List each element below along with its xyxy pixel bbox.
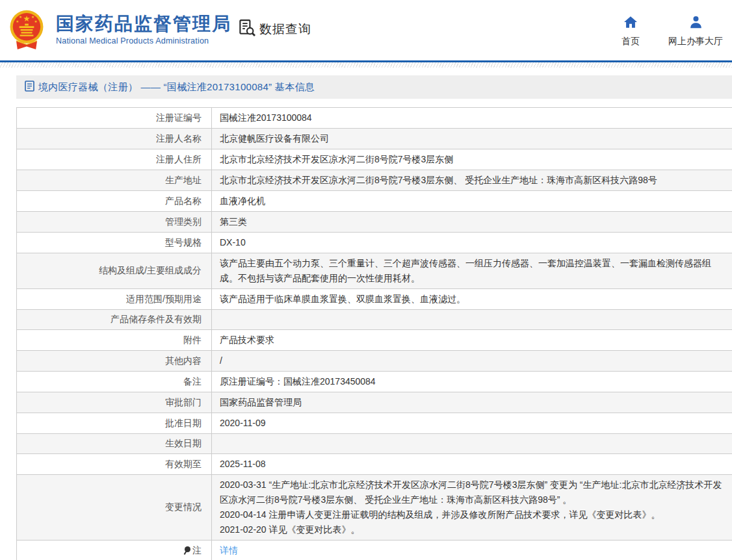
info-table: 注册证编号国械注准20173100084注册人名称北京健帆医疗设备有限公司注册人… (16, 107, 732, 560)
row-value: 国械注准20173100084 (212, 108, 732, 128)
quick-links: 首页 网上办事大厅 (621, 16, 723, 47)
row-value-text: 北京健帆医疗设备有限公司 (220, 131, 329, 146)
national-emblem-logo: ★ ★ ★ ★ ★ (8, 8, 46, 51)
row-value: 2020-11-09 (212, 413, 732, 433)
table-row: 审批部门国家药品监督管理局 (17, 392, 732, 413)
row-value-text: 2020-11-09 (220, 416, 266, 431)
doc-search-icon (237, 18, 257, 40)
row-value-text: 该产品主要由五个动力泵、三个重量计、三个超声波传感器、一组压力传感器、一套加温控… (220, 256, 728, 286)
table-row: 其他内容/ (17, 351, 732, 372)
row-value-text: 2025-11-08 (220, 457, 266, 472)
row-value-text: 该产品适用于临床单膜血浆置换、双膜血浆置换、血液滤过。 (220, 292, 465, 307)
row-label: 注册人住所 (17, 149, 212, 170)
table-row: 注册人住所北京市北京经济技术开发区凉水河二街8号院7号楼3层东侧 (17, 149, 732, 170)
row-value: DX-10 (212, 233, 732, 253)
row-label: 管理类别 (17, 212, 212, 232)
nav-data-query-label: 数据查询 (259, 21, 311, 38)
table-row: 注册证编号国械注准20173100084 (17, 108, 732, 129)
row-label: 适用范围/预期用途 (17, 289, 212, 309)
brand-logo-link[interactable]: ★ ★ ★ ★ ★ 国家药品监督管理局 National Medical Pro… (8, 8, 231, 51)
site-header: ★ ★ ★ ★ ★ 国家药品监督管理局 National Medical Pro… (0, 0, 732, 60)
row-label: 其他内容 (17, 351, 212, 371)
row-label: 注册证编号 (17, 108, 212, 128)
table-row: 附件产品技术要求 (17, 330, 732, 351)
table-row: 产品名称血液净化机 (17, 191, 732, 212)
row-value: 血液净化机 (212, 191, 732, 211)
row-label: 注 (17, 541, 212, 560)
nav-home-label: 首页 (621, 36, 640, 47)
site-title: 国家药品监督管理局 (56, 14, 231, 34)
svg-text:★: ★ (31, 15, 34, 19)
document-icon (25, 81, 34, 94)
nav-online-hall-label: 网上办事大厅 (668, 36, 723, 47)
row-label: 产品储存条件及有效期 (17, 310, 212, 329)
row-value: 北京健帆医疗设备有限公司 (212, 129, 732, 149)
nav-online-hall[interactable]: 网上办事大厅 (668, 16, 723, 47)
row-value-text: 原注册证编号：国械注准20173450084 (220, 374, 376, 389)
nav-data-query[interactable]: 数据查询 (237, 18, 311, 40)
page-title-bar: 境内医疗器械（注册） —— “国械注准20173100084” 基本信息 (16, 75, 732, 99)
user-icon (689, 16, 703, 31)
row-label: 生产地址 (17, 170, 212, 190)
row-value: 详情 (212, 541, 732, 560)
row-label: 产品名称 (17, 191, 212, 211)
row-label: 变更情况 (17, 475, 212, 540)
row-value: / (212, 351, 732, 371)
row-value-text: 产品技术要求 (220, 333, 274, 348)
brand-text: 国家药品监督管理局 National Medical Products Admi… (56, 14, 231, 45)
nav-home[interactable]: 首页 (621, 16, 640, 47)
table-row: 结构及组成/主要组成成分该产品主要由五个动力泵、三个重量计、三个超声波传感器、一… (17, 253, 732, 289)
row-value-text: DX-10 (220, 235, 246, 250)
table-row: 有效期至2025-11-08 (17, 454, 732, 475)
row-value-text: 国家药品监督管理局 (220, 395, 302, 410)
row-value-text: 北京市北京经济技术开发区凉水河二街8号院7号楼3层东侧 (220, 152, 453, 167)
table-row: 批准日期2020-11-09 (17, 413, 732, 434)
detail-link[interactable]: 详情 (220, 543, 238, 558)
row-value-text: 北京市北京经济技术开发区凉水河二街8号院7号楼3层东侧、 受托企业生产地址：珠海… (220, 173, 657, 188)
svg-text:★: ★ (16, 19, 19, 23)
table-row: 备注原注册证编号：国械注准20173450084 (17, 372, 732, 392)
table-row: 注册人名称北京健帆医疗设备有限公司 (17, 129, 732, 149)
row-value: 第三类 (212, 212, 732, 232)
table-row: 型号规格DX-10 (17, 233, 732, 253)
row-value: 产品技术要求 (212, 330, 732, 350)
decorative-stripe-band (0, 62, 732, 68)
svg-text:★: ★ (19, 15, 22, 19)
row-value (212, 310, 732, 329)
row-value-text: 国械注准20173100084 (220, 110, 312, 125)
row-label: 生效日期 (17, 434, 212, 453)
row-label: 有效期至 (17, 454, 212, 474)
row-label: 附件 (17, 330, 212, 350)
table-row: 生效日期 (17, 434, 732, 454)
note-icon (183, 546, 190, 555)
table-row: 生产地址北京市北京经济技术开发区凉水河二街8号院7号楼3层东侧、 受托企业生产地… (17, 170, 732, 191)
row-label: 型号规格 (17, 233, 212, 253)
table-row: 产品储存条件及有效期 (17, 310, 732, 330)
svg-text:★: ★ (23, 14, 31, 23)
table-row: 注详情 (17, 541, 732, 560)
row-value: 该产品主要由五个动力泵、三个重量计、三个超声波传感器、一组压力传感器、一套加温控… (212, 253, 732, 288)
row-label: 备注 (17, 372, 212, 392)
row-value (212, 434, 732, 453)
row-value: 北京市北京经济技术开发区凉水河二街8号院7号楼3层东侧 (212, 149, 732, 170)
page-title: 境内医疗器械（注册） —— “国械注准20173100084” 基本信息 (38, 81, 315, 94)
row-value: 2025-11-08 (212, 454, 732, 474)
row-label: 批准日期 (17, 413, 212, 433)
row-label: 审批部门 (17, 392, 212, 413)
home-icon (623, 16, 638, 31)
row-value-text: 第三类 (220, 214, 247, 229)
row-value: 原注册证编号：国械注准20173450084 (212, 372, 732, 392)
table-row: 变更情况2020-03-31 “生产地址:北京市北京经济技术开发区凉水河二街8号… (17, 475, 732, 541)
row-value-text: / (220, 353, 222, 368)
main-content: 境内医疗器械（注册） —— “国械注准20173100084” 基本信息 注册证… (16, 75, 732, 560)
row-label: 注册人名称 (17, 129, 212, 149)
site-subtitle: National Medical Products Administration (56, 36, 231, 45)
row-label: 结构及组成/主要组成成分 (17, 253, 212, 288)
table-row: 适用范围/预期用途该产品适用于临床单膜血浆置换、双膜血浆置换、血液滤过。 (17, 289, 732, 310)
row-value: 2020-03-31 “生产地址:北京市北京经济技术开发区凉水河二街8号院7号楼… (212, 475, 732, 540)
svg-text:★: ★ (34, 19, 38, 23)
table-row: 管理类别第三类 (17, 212, 732, 233)
page: { "header": { "brand_cn": "国家药品监督管理局", "… (0, 0, 732, 560)
row-value-text: 血液净化机 (220, 194, 265, 209)
row-value: 北京市北京经济技术开发区凉水河二街8号院7号楼3层东侧、 受托企业生产地址：珠海… (212, 170, 732, 190)
